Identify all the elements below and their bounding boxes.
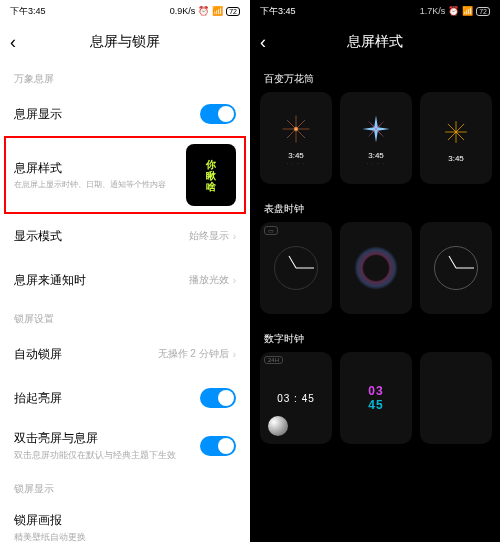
wifi-icon: 📶	[462, 6, 473, 16]
back-button[interactable]: ‹	[10, 32, 16, 53]
wallpaper-sub: 精美壁纸自动更换	[14, 531, 236, 542]
alarm-icon: ⏰	[448, 6, 459, 16]
style-card[interactable]: 03 45	[340, 352, 412, 444]
wallpaper-label: 锁屏画报	[14, 512, 236, 529]
moon-icon	[268, 416, 288, 436]
analog-clock-icon	[434, 246, 478, 290]
battery-indicator: 72	[226, 7, 240, 16]
status-time: 下午3:45	[260, 5, 296, 18]
raise-wake-toggle[interactable]	[200, 388, 236, 408]
aod-notify-value: 播放光效	[189, 273, 229, 287]
header: ‹ 息屏样式	[250, 22, 500, 62]
back-button[interactable]: ‹	[260, 32, 266, 53]
aod-display-toggle[interactable]	[200, 104, 236, 124]
row-aod-style[interactable]: 息屏样式 在息屏上显示时钟、日期、通知等个性内容 你 瞅 啥	[4, 136, 246, 214]
section-dial: 表盘时钟	[250, 192, 500, 222]
card-time: 3:45	[288, 151, 304, 160]
status-time: 下午3:45	[10, 5, 46, 18]
double-tap-toggle[interactable]	[200, 436, 236, 456]
auto-lock-label: 自动锁屏	[14, 346, 158, 363]
style-card[interactable]: 24H 03 : 45	[260, 352, 332, 444]
card-time: 3:45	[448, 154, 464, 163]
preview-text: 你 瞅 啥	[206, 159, 216, 192]
double-tap-sub: 双击息屏功能仅在默认与经典主题下生效	[14, 449, 200, 462]
dial-grid: ▭	[250, 222, 500, 314]
chevron-icon: ›	[233, 275, 236, 286]
row-wallpaper[interactable]: 锁屏画报 精美壁纸自动更换	[0, 502, 250, 542]
style-card[interactable]: 3:45 · · · ·	[340, 92, 412, 184]
style-card[interactable]: ▭	[260, 222, 332, 314]
page-title: 息屏样式	[347, 33, 403, 51]
section-kaleidoscope: 百变万花筒	[250, 62, 500, 92]
status-net: 1.7K/s	[420, 6, 446, 16]
card-dots: · · · ·	[367, 160, 386, 166]
row-double-tap[interactable]: 双击亮屏与息屏 双击息屏功能仅在默认与经典主题下生效	[0, 420, 250, 472]
svg-line-8	[287, 120, 296, 129]
section-lock: 锁屏设置	[0, 302, 250, 332]
card-dots: · · · ·	[287, 160, 306, 166]
card-time: 3:45	[368, 151, 384, 160]
section-digital: 数字时钟	[250, 322, 500, 352]
row-raise-wake[interactable]: 抬起亮屏	[0, 376, 250, 420]
row-aod-display[interactable]: 息屏显示	[0, 92, 250, 136]
row-display-mode[interactable]: 显示模式 始终显示 ›	[0, 214, 250, 258]
section-lock-display: 锁屏显示	[0, 472, 250, 502]
kaleidoscope-icon	[438, 114, 474, 150]
row-aod-notify[interactable]: 息屏来通知时 播放光效 ›	[0, 258, 250, 302]
display-mode-label: 显示模式	[14, 228, 189, 245]
header: ‹ 息屏与锁屏	[0, 22, 250, 62]
kaleidoscope-icon	[358, 111, 394, 147]
style-card[interactable]	[420, 222, 492, 314]
digital-grid: 24H 03 : 45 03 45	[250, 352, 500, 444]
style-card[interactable]	[420, 352, 492, 444]
alarm-icon: ⏰	[198, 6, 209, 16]
aod-style-preview: 你 瞅 啥	[186, 144, 236, 206]
raise-wake-label: 抬起亮屏	[14, 390, 200, 407]
svg-line-4	[296, 129, 305, 138]
svg-line-6	[287, 129, 296, 138]
digital-time: 03 : 45	[277, 393, 315, 404]
page-title: 息屏与锁屏	[90, 33, 160, 51]
auto-lock-value: 无操作 2 分钟后	[158, 347, 229, 361]
wifi-icon: 📶	[212, 6, 223, 16]
style-card[interactable]: 3:45	[420, 92, 492, 184]
status-bar: 下午3:45 1.7K/s ⏰ 📶 72	[250, 0, 500, 22]
chevron-icon: ›	[233, 349, 236, 360]
badge-icon: ▭	[264, 226, 278, 235]
aod-notify-label: 息屏来通知时	[14, 272, 189, 289]
analog-clock-icon	[274, 246, 318, 290]
aod-display-label: 息屏显示	[14, 106, 200, 123]
badge-24h: 24H	[264, 356, 283, 364]
aod-style-sub: 在息屏上显示时钟、日期、通知等个性内容	[14, 180, 186, 190]
status-bar: 下午3:45 0.9K/s ⏰ 📶 72	[0, 0, 250, 22]
status-net: 0.9K/s	[170, 6, 196, 16]
kaleidoscope-grid: 3:45 · · · · 3:45 · · · · 3:45	[250, 92, 500, 184]
dot-ring-icon	[354, 246, 398, 290]
section-aod: 万象息屏	[0, 62, 250, 92]
battery-indicator: 72	[476, 7, 490, 16]
style-card[interactable]	[340, 222, 412, 314]
digital-time: 03 45	[368, 384, 383, 412]
double-tap-label: 双击亮屏与息屏	[14, 430, 200, 447]
row-auto-lock[interactable]: 自动锁屏 无操作 2 分钟后 ›	[0, 332, 250, 376]
display-mode-value: 始终显示	[189, 229, 229, 243]
aod-style-label: 息屏样式	[14, 160, 186, 177]
chevron-icon: ›	[233, 231, 236, 242]
kaleidoscope-icon	[278, 111, 314, 147]
svg-line-2	[296, 120, 305, 129]
style-card[interactable]: 3:45 · · · ·	[260, 92, 332, 184]
